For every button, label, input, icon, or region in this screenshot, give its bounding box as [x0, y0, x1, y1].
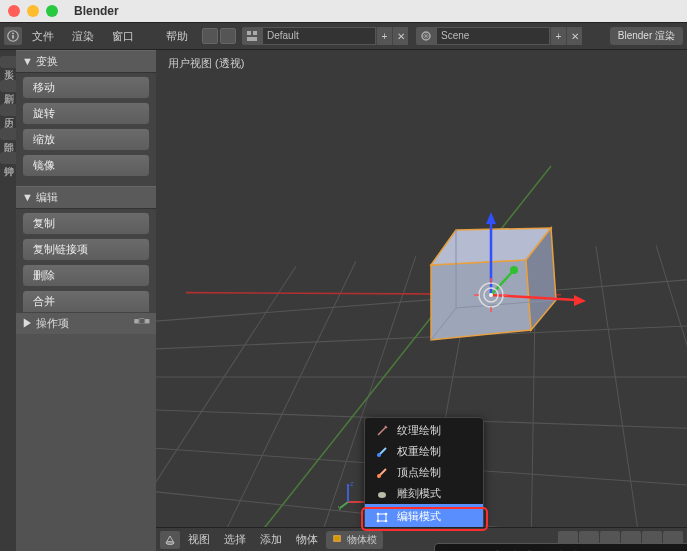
viewport-label: 用户视图 (透视)	[168, 56, 244, 71]
3d-viewport[interactable]: 用户视图 (透视) x y z	[156, 50, 687, 551]
join-button[interactable]: 合并	[22, 290, 150, 313]
svg-line-13	[216, 261, 356, 551]
layout-prev-button[interactable]	[202, 28, 218, 44]
layout-browse-button[interactable]	[220, 28, 236, 44]
object-mode-icon	[332, 533, 343, 546]
operator-panel-header[interactable]: ▶ 操作项 ■□■	[16, 313, 156, 334]
svg-point-53	[377, 519, 380, 522]
rotate-button[interactable]: 旋转	[22, 102, 150, 125]
mirror-button[interactable]: 镜像	[22, 154, 150, 177]
mode-menu-vertex-paint[interactable]: 顶点绘制	[367, 462, 481, 483]
translate-button[interactable]: 移动	[22, 76, 150, 99]
scene-delete-button[interactable]: ✕	[566, 27, 582, 45]
transform-panel-header[interactable]: ▼ 变换	[16, 50, 156, 73]
scene-name-field[interactable]: Scene	[436, 27, 550, 45]
svg-point-39	[510, 266, 518, 274]
info-editor-icon[interactable]	[4, 27, 22, 45]
side-tab[interactable]: 部除	[0, 128, 16, 140]
svg-point-49	[378, 492, 386, 498]
svg-rect-57	[334, 536, 340, 542]
svg-point-48	[377, 474, 381, 478]
menu-help[interactable]: 帮助	[158, 26, 196, 47]
menu-file[interactable]: 文件	[24, 26, 62, 47]
vertex-paint-icon	[375, 466, 389, 480]
menu-window[interactable]: 窗口	[104, 26, 142, 47]
mode-menu-edit[interactable]: 编辑模式	[365, 504, 483, 529]
scene-add-button[interactable]: +	[550, 27, 566, 45]
zoom-window-button[interactable]	[46, 5, 58, 17]
texture-paint-icon	[375, 424, 389, 438]
mode-selector[interactable]: 物体模	[326, 531, 383, 549]
mode-selector-label: 物体模	[347, 533, 377, 547]
operator-panel-title: ▶ 操作项	[22, 316, 69, 331]
side-tab[interactable]: 历史	[0, 104, 16, 116]
minimize-window-button[interactable]	[27, 5, 39, 17]
tool-tabs: 形头 剧新 历史 部除 抑钟	[0, 50, 16, 551]
svg-point-42	[489, 293, 493, 297]
svg-line-17	[596, 246, 641, 551]
menu-item-label: 顶点绘制	[397, 465, 441, 480]
top-menubar: 文件 渲染 窗口 帮助 Default + ✕ Scene + ✕ Blende…	[0, 22, 687, 50]
tooltip: 设置物体的交互模式: 编辑模式 Python: bpy.ops.object.m…	[434, 543, 687, 551]
side-tab[interactable]: 剧新	[0, 80, 16, 92]
weight-paint-icon	[375, 445, 389, 459]
duplicate-button[interactable]: 复制	[22, 212, 150, 235]
app-title: Blender	[74, 4, 119, 18]
svg-point-51	[377, 512, 380, 515]
layout-add-button[interactable]: +	[376, 27, 392, 45]
operator-panel-buttons[interactable]: ■□■	[134, 316, 150, 331]
default-cube[interactable]	[396, 200, 596, 400]
menu-item-label: 纹理绘制	[397, 423, 441, 438]
svg-rect-3	[247, 31, 251, 35]
svg-point-47	[377, 453, 381, 457]
sculpt-icon	[375, 487, 389, 501]
mode-menu-sculpt[interactable]: 雕刻模式	[367, 483, 481, 504]
svg-line-19	[156, 266, 296, 551]
viewport-menu-object[interactable]: 物体	[290, 530, 324, 549]
scale-button[interactable]: 缩放	[22, 128, 150, 151]
scene-icon[interactable]	[416, 27, 436, 45]
viewport-menu-select[interactable]: 选择	[218, 530, 252, 549]
close-window-button[interactable]	[8, 5, 20, 17]
viewport-menu-add[interactable]: 添加	[254, 530, 288, 549]
menu-item-label: 编辑模式	[397, 509, 441, 524]
mode-menu-texture-paint[interactable]: 纹理绘制	[367, 420, 481, 441]
edit-mode-icon	[375, 510, 389, 524]
svg-point-52	[385, 512, 388, 515]
svg-line-18	[656, 245, 687, 551]
layout-icon[interactable]	[242, 27, 262, 45]
duplicate-linked-button[interactable]: 复制链接项	[22, 238, 150, 261]
side-tab[interactable]: 形头	[0, 56, 16, 68]
svg-rect-4	[253, 31, 257, 35]
viewport-menu-view[interactable]: 视图	[182, 530, 216, 549]
operator-panel-body	[16, 334, 156, 551]
svg-point-2	[12, 33, 14, 35]
mode-menu-weight-paint[interactable]: 权重绘制	[367, 441, 481, 462]
menu-item-label: 权重绘制	[397, 444, 441, 459]
menu-render[interactable]: 渲染	[64, 26, 102, 47]
window-titlebar: Blender	[0, 0, 687, 22]
edit-panel-header[interactable]: ▼ 编辑	[16, 186, 156, 209]
svg-rect-1	[12, 35, 14, 39]
svg-rect-50	[378, 514, 386, 521]
delete-button[interactable]: 删除	[22, 264, 150, 287]
svg-marker-35	[486, 212, 496, 224]
svg-rect-5	[247, 37, 257, 41]
svg-point-54	[385, 519, 388, 522]
side-tab[interactable]: 抑钟	[0, 152, 16, 164]
render-engine-dropdown[interactable]: Blender 渲染	[610, 27, 683, 45]
menu-item-label: 雕刻模式	[397, 486, 441, 501]
layout-name-field[interactable]: Default	[262, 27, 376, 45]
editor-type-icon[interactable]	[160, 531, 180, 549]
tool-panel: ▼ 变换 移动 旋转 缩放 镜像 ▼ 编辑 复制 复制链接项 删除 合并 ▶ 操…	[16, 50, 156, 551]
svg-marker-37	[574, 295, 586, 306]
layout-delete-button[interactable]: ✕	[392, 27, 408, 45]
